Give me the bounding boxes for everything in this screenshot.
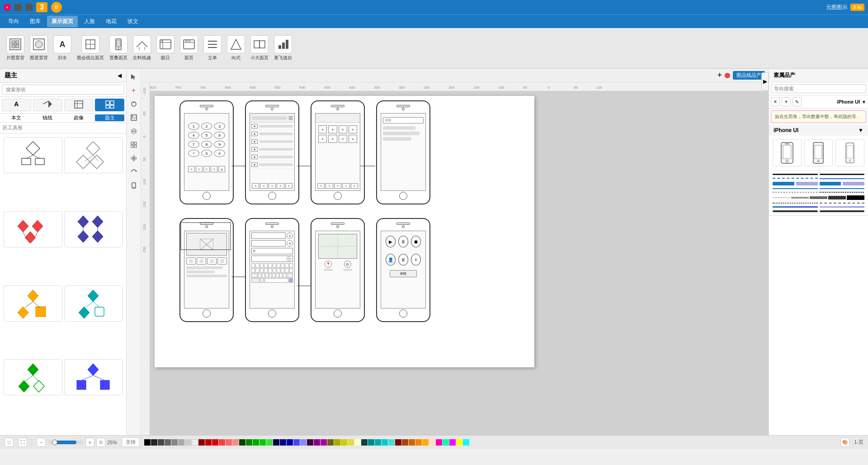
- zoom-out-btn[interactable]: −: [37, 438, 46, 447]
- color-swatch-lighter[interactable]: [178, 439, 184, 446]
- color-swatch-purple2[interactable]: [321, 439, 327, 446]
- toolbar-item-9[interactable]: 向式: [227, 35, 245, 61]
- rs-add-btn[interactable]: +: [782, 97, 791, 106]
- vt-image-btn[interactable]: [127, 111, 140, 124]
- shape-item-0[interactable]: [4, 137, 62, 173]
- color-swatch-pink[interactable]: [232, 439, 239, 446]
- rs-search-input[interactable]: [771, 84, 866, 93]
- color-swatch-green1[interactable]: [246, 439, 252, 446]
- toolbar-item-5[interactable]: 左料线越: [133, 35, 151, 61]
- vt-grid-btn[interactable]: [127, 138, 140, 151]
- color-swatch-ext1[interactable]: [436, 439, 442, 446]
- color-swatch-lite[interactable]: [171, 439, 178, 446]
- shape-item-1[interactable]: [64, 137, 123, 173]
- color-swatch-blue1[interactable]: [280, 439, 286, 446]
- window-close-btn[interactable]: ×: [4, 4, 11, 11]
- vt-node-btn[interactable]: [127, 152, 140, 165]
- shape-item-5[interactable]: [64, 285, 123, 322]
- color-swatch-dkblue[interactable]: [273, 439, 279, 446]
- vt-refresh2-btn[interactable]: [127, 166, 140, 178]
- color-swatch-orange2[interactable]: [409, 439, 415, 446]
- rs-line-style-2[interactable]: [773, 180, 864, 187]
- color-swatch-dark[interactable]: [151, 439, 157, 446]
- rs-line-style-3[interactable]: [773, 187, 864, 190]
- fit-btn[interactable]: □: [5, 438, 14, 447]
- color-swatch-dkpurple[interactable]: [307, 439, 313, 446]
- app-tab[interactable]: 3: [36, 2, 47, 12]
- toolbar-item-3[interactable]: 图会线位面页: [77, 35, 104, 61]
- color-swatch-purple1[interactable]: [314, 439, 320, 446]
- window-min-btn[interactable]: [14, 4, 22, 11]
- shape-tab-lines[interactable]: [33, 99, 62, 111]
- vt-phone-btn[interactable]: [127, 179, 140, 192]
- rs-line-style-7[interactable]: [773, 205, 864, 209]
- color-swatch-orange3[interactable]: [415, 439, 422, 446]
- menu-item-face[interactable]: 人脸: [80, 16, 99, 27]
- rs-close-btn[interactable]: ×: [771, 97, 780, 106]
- color-swatch-red1[interactable]: [205, 439, 212, 446]
- color-swatch-orange4[interactable]: [422, 439, 429, 446]
- rs-phone-shape-0[interactable]: [773, 139, 802, 166]
- color-swatch-ext3[interactable]: [449, 439, 456, 446]
- canvas-add-btn[interactable]: +: [717, 71, 722, 80]
- color-swatch-near-white[interactable]: [185, 439, 191, 446]
- sidebar-collapse-btn[interactable]: ◀: [118, 72, 122, 79]
- rs-line-style-4[interactable]: [773, 190, 864, 194]
- color-swatch-yellow2[interactable]: [341, 439, 347, 446]
- color-swatch-brown[interactable]: [395, 439, 401, 446]
- menu-item-text[interactable]: 状文: [123, 16, 143, 27]
- toolbar-item-7[interactable]: PAGE 面页: [180, 35, 198, 61]
- vt-layers-btn[interactable]: [127, 125, 140, 138]
- toolbar-item-10[interactable]: 小大面页: [250, 35, 269, 61]
- color-swatch-teal1[interactable]: [368, 439, 374, 446]
- color-swatch-darkred[interactable]: [198, 439, 205, 446]
- color-picker-btn[interactable]: 🎨: [840, 438, 849, 447]
- toolbar-item-11[interactable]: 累飞值自: [274, 35, 292, 61]
- color-swatch-ltyellow[interactable]: [354, 439, 361, 446]
- shape-tab-theme[interactable]: [95, 99, 124, 111]
- color-swatch-red2[interactable]: [212, 439, 218, 446]
- zoom-slider[interactable]: [47, 441, 84, 444]
- vt-refresh-btn[interactable]: [127, 98, 140, 110]
- color-swatch-green3[interactable]: [259, 439, 266, 446]
- sidebar-search-input[interactable]: [2, 85, 124, 95]
- shape-item-2[interactable]: [4, 211, 62, 247]
- shape-item-6[interactable]: [4, 359, 62, 395]
- zoom-in-btn[interactable]: +: [85, 438, 94, 447]
- shape-tab-text[interactable]: A: [2, 99, 31, 111]
- toolbar-item-6[interactable]: M 眼日: [156, 35, 175, 61]
- menu-item-nav[interactable]: 导向: [4, 16, 24, 27]
- vt-cursor-btn[interactable]: [127, 71, 140, 83]
- toolbar-item-8[interactable]: 立单: [203, 35, 222, 61]
- vt-add-btn[interactable]: +: [127, 84, 140, 97]
- shape-item-4[interactable]: [4, 285, 62, 322]
- color-swatch-dkyellow[interactable]: [327, 439, 334, 446]
- rs-edit-btn[interactable]: ✎: [793, 97, 802, 106]
- toolbar-item-2[interactable]: A 归水: [53, 35, 71, 61]
- rs-line-style-5[interactable]: [773, 194, 864, 201]
- color-swatch-grey[interactable]: [158, 439, 164, 446]
- color-swatch-dkteal[interactable]: [361, 439, 368, 446]
- toolbar-item-0[interactable]: 片图置背: [6, 35, 24, 61]
- rs-iphone-section-header[interactable]: iPhone UI ▼: [769, 125, 868, 136]
- color-swatch-green2[interactable]: [253, 439, 259, 446]
- rs-chevron[interactable]: ▼: [862, 100, 866, 104]
- menu-item-lib[interactable]: 图库: [25, 16, 45, 27]
- rs-line-style-6[interactable]: [773, 201, 864, 205]
- canvas-content[interactable]: 1 2 3 4 5 6 7 8 9 * 0 #: [155, 96, 534, 367]
- color-swatch-ltoran[interactable]: [429, 439, 435, 446]
- color-swatch-red3[interactable]: [219, 439, 225, 446]
- menu-item-page[interactable]: 展示面页: [47, 16, 78, 27]
- rs-line-style-8[interactable]: [773, 209, 864, 214]
- shape-item-7[interactable]: [64, 359, 123, 395]
- color-swatch-yellow1[interactable]: [334, 439, 340, 446]
- shape-item-3[interactable]: [64, 211, 123, 247]
- color-swatch-white[interactable]: [192, 439, 198, 446]
- color-swatch-blue2[interactable]: [287, 439, 293, 446]
- window-max-btn[interactable]: [25, 4, 33, 11]
- main-page-btn[interactable]: 主待: [122, 437, 140, 447]
- shape-tab-image[interactable]: [64, 99, 94, 111]
- color-swatch-mid[interactable]: [165, 439, 171, 446]
- fullscreen-btn[interactable]: ⛶: [18, 438, 27, 447]
- color-swatch-dkgreen[interactable]: [239, 439, 245, 446]
